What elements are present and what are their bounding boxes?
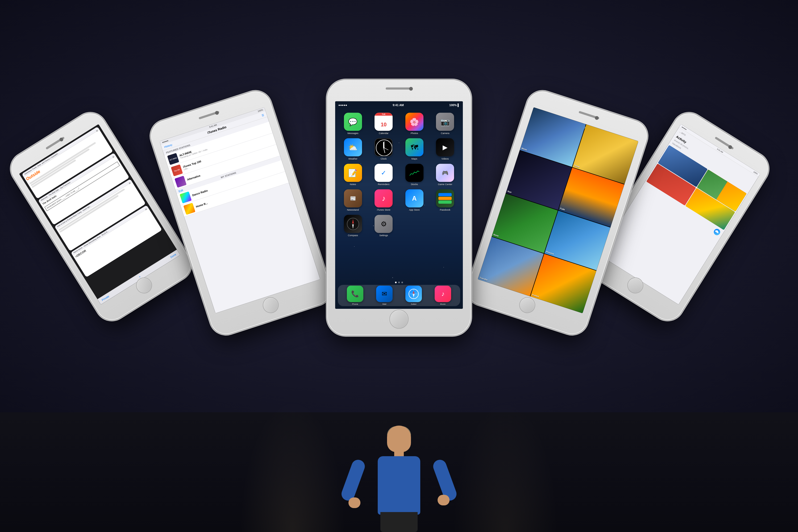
presenter-hand-right [438,495,450,506]
app-calendar[interactable]: TUE 10 Calendar [370,113,398,135]
ios-status-bar: ●●●●● 9:41 AM 100% ▌ [335,101,463,109]
status-battery-center: 100% ▌ [449,103,460,107]
dock-music-label: Music [440,303,446,305]
app-videos[interactable]: ▶ Videos [431,138,459,160]
private-label[interactable]: Private [101,295,110,302]
history-label[interactable]: History [164,143,173,148]
ios-app-grid: 💬 Messages TUE 10 Calendar 🌸 [335,111,463,239]
app-stocks[interactable]: Stocks [400,164,429,186]
dock-music[interactable]: ♪ Music [435,286,451,305]
done-button[interactable]: Done [170,253,177,259]
compass-label: Compass [348,234,358,237]
camera-icon: 📷 [436,113,454,131]
station-art-home [183,203,195,215]
presenter-hand-left [348,497,360,508]
speaker-area [319,420,479,532]
presenter-head [387,425,411,452]
dock-phone[interactable]: 📞 Phone [347,286,363,305]
dock-safari[interactable]: Safari [405,286,422,305]
stocks-icon [405,164,423,182]
phones-display: Adventure Travel, Gear, and Fitness | Ou… [26,7,772,419]
svg-point-3 [384,147,385,148]
app-passbook[interactable]: Passbook [431,189,459,211]
clock-icon [375,138,393,156]
app-clock[interactable]: Clock [370,138,398,160]
dock-mail[interactable]: ✉ Mail [376,286,393,305]
presenter-body [378,456,420,515]
presenter-silhouette [353,425,445,532]
calendar-label: Calendar [379,132,388,135]
messages-icon: 💬 [344,113,362,131]
svg-line-2 [384,148,388,150]
clock-face [375,139,392,156]
messages-label: Messages [347,132,358,135]
dock-mail-label: Mail [382,303,386,305]
notes-icon: 📝 [344,164,362,182]
reminders-icon: ✓ [375,164,393,182]
app-photos[interactable]: 🌸 Photos [400,113,429,135]
home-button-left1[interactable] [261,295,281,315]
weather-label: Weather [348,157,358,160]
phone-camera-dot-center [409,87,413,91]
app-notes[interactable]: 📝 Notes [339,164,367,186]
app-messages[interactable]: 💬 Messages [339,113,367,135]
newsstand-label: Newsstand [347,209,359,211]
app-app-store[interactable]: A App Store [400,189,429,211]
maps-label: Maps [412,157,417,160]
gamecenter-label: Game Center [438,183,452,186]
page-dot [401,282,403,283]
icloud-icon[interactable] [712,228,721,236]
presenter-arm-left [340,458,367,502]
filter-label-mono: Mono [521,147,527,151]
page-dot-active [395,282,397,283]
phone-screen-center: ●●●●● 9:41 AM 100% ▌ 💬 Messages [335,101,463,309]
phone-speaker-center [386,88,412,90]
dock-phone-icon: 📞 [347,286,363,302]
filter-label-noir: Noir [507,190,512,194]
app-camera[interactable]: 📷 Camera [431,113,459,135]
ios-dock: 📞 Phone ✉ Mail [338,285,460,306]
app-compass[interactable]: Compass [339,215,367,237]
stocks-label: Stocks [411,183,418,186]
app-itunes-store[interactable]: ♪ iTunes Store [370,189,398,211]
appstore-label: App Store [409,209,420,211]
status-time-center: 9:41 AM [393,103,404,107]
app-reminders[interactable]: ✓ Reminders [370,164,398,186]
station-art-top100: Top 100 [171,165,183,176]
compass-icon [344,215,362,233]
filter-label-instant: Instant [532,293,539,298]
itunes-store-label: iTunes Store [377,209,391,211]
dock-mail-icon: ✉ [376,286,393,302]
app-settings[interactable]: ⚙ Settings [370,215,398,237]
dock-safari-icon [405,286,422,302]
reminders-label: Reminders [378,183,390,186]
dock-music-icon: ♪ [435,286,451,302]
phone-screen-itunes: ●●●●● 9:41 AM 100% History iTunes Radio … [159,107,320,314]
menu-icon[interactable]: ☰ [261,113,264,117]
videos-icon: ▶ [436,138,454,156]
app-game-center[interactable]: 🎮 Game Center [431,164,459,186]
photos-icon: 🌸 [405,113,423,131]
top100-icon-text: Top 100 [174,169,180,172]
itunes-radio-screen: ●●●●● 9:41 AM 100% History iTunes Radio … [159,107,320,314]
maps-icon: 🗺 [405,138,423,156]
station-art-alt-indie: ALT-INDIE [167,153,179,165]
app-weather[interactable]: ⛅ Weather [339,138,367,160]
home-button-center[interactable] [390,310,408,329]
settings-icon: ⚙ [375,215,393,233]
newsstand-icon: 📰 [344,189,362,208]
gamecenter-icon: 🎮 [436,164,454,182]
clock-label: Clock [381,157,387,160]
dock-phone-label: Phone [352,303,358,305]
page-dot [398,282,400,283]
phone-itunes-radio: ●●●●● 9:41 AM 100% History iTunes Radio … [147,87,335,338]
weather-icon: ⛅ [344,138,362,156]
app-maps[interactable]: 🗺 Maps [400,138,429,160]
ios-homescreen: ●●●●● 9:41 AM 100% ▌ 💬 Messages [335,101,463,309]
camera-label: Camera [441,132,449,135]
appstore-icon: A [405,189,423,208]
app-newsstand[interactable]: 📰 Newsstand [339,189,367,211]
station-art-dance [179,191,191,203]
presenter-legs [380,512,418,532]
home-button-right1[interactable] [517,295,537,315]
